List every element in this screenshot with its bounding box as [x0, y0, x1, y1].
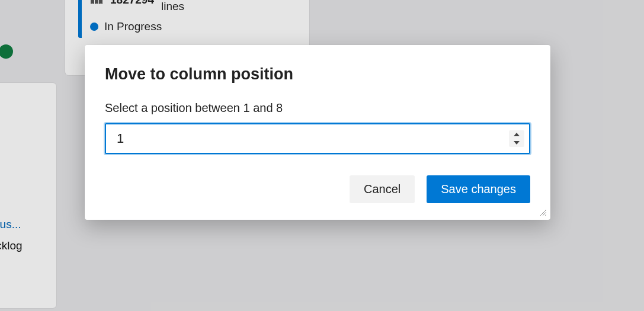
app-background: y ing b Cus... Backlog 1827294 Turn on a… [0, 0, 644, 311]
position-stepper [509, 130, 524, 147]
save-button[interactable]: Save changes [427, 175, 530, 203]
svg-line-2 [545, 214, 546, 216]
sidebar-card: y ing b Cus... Backlog [0, 83, 56, 308]
state-dot-icon [90, 23, 98, 31]
sidebar-text-fragment: ing [0, 115, 50, 135]
position-field [105, 123, 530, 154]
book-icon [90, 0, 103, 5]
dialog-buttons: Cancel Save changes [105, 175, 530, 203]
chevron-up-icon [514, 133, 520, 136]
resize-handle[interactable] [539, 208, 547, 216]
move-column-dialog: Move to column position Select a positio… [85, 45, 550, 220]
avatar [0, 44, 13, 59]
work-item-title: Turn on all dependency lines [161, 0, 290, 13]
position-input[interactable] [105, 123, 530, 154]
sidebar-text: Backlog [0, 239, 50, 252]
sidebar-text-fragment: y [0, 95, 50, 115]
dialog-title: Move to column position [105, 65, 530, 84]
chevron-down-icon [514, 141, 520, 145]
position-instruction: Select a position between 1 and 8 [105, 101, 530, 115]
sidebar-link[interactable]: b Cus... [0, 218, 50, 231]
stepper-down-button[interactable] [509, 139, 524, 147]
cancel-button[interactable]: Cancel [350, 175, 415, 203]
stepper-up-button[interactable] [509, 130, 524, 139]
work-item-id: 1827294 [110, 0, 154, 7]
work-item-card[interactable]: 1827294 Turn on all dependency lines In … [78, 0, 297, 38]
work-item-state: In Progress [104, 20, 162, 33]
